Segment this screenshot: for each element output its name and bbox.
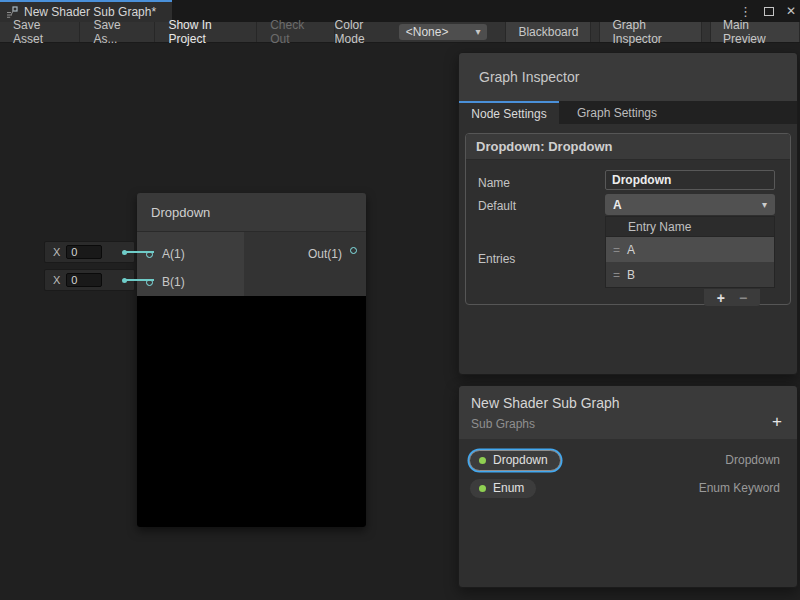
node-input-ports: A(1) B(1) — [137, 232, 244, 296]
entry-b-label: B — [627, 268, 635, 282]
property-pill-dropdown[interactable]: Dropdown — [469, 450, 561, 471]
default-label: Default — [478, 199, 516, 213]
input-b-default-widget: X — [44, 269, 135, 291]
color-mode-value: <None> — [406, 25, 449, 39]
entries-header: Entry Name — [606, 217, 774, 237]
keyword-dot-icon — [479, 485, 486, 492]
input-port-a: A(1) — [137, 240, 244, 268]
blackboard-title: New Shader Sub Graph — [471, 395, 785, 411]
blackboard-toggle-button[interactable]: Blackboard — [505, 22, 591, 42]
graph-inspector-toggle-button[interactable]: Graph Inspector — [599, 22, 702, 42]
axis-x-label: X — [53, 274, 60, 286]
wire-a — [126, 251, 154, 253]
property-pill-label: Dropdown — [493, 453, 548, 467]
maximize-icon[interactable] — [764, 7, 774, 16]
port-a-label: A(1) — [162, 247, 185, 261]
name-label: Name — [478, 176, 510, 190]
property-pill-label: Enum — [493, 481, 524, 495]
blackboard-panel: New Shader Sub Graph Sub Graphs + Dropdo… — [458, 385, 798, 588]
port-b-label: B(1) — [162, 275, 185, 289]
port-out-label: Out(1) — [308, 247, 342, 261]
node-title[interactable]: Dropdown — [137, 193, 366, 232]
input-a-default-widget: X — [44, 241, 135, 263]
axis-x-label: X — [53, 246, 60, 258]
close-icon[interactable]: ✕ — [786, 5, 796, 17]
blackboard-subtitle: Sub Graphs — [471, 417, 785, 431]
entries-label: Entries — [478, 252, 515, 266]
color-mode-label: Color Mode — [335, 22, 399, 42]
chevron-down-icon: ▾ — [475, 27, 480, 37]
add-entry-button[interactable]: + — [717, 291, 725, 305]
node-output-ports: Out(1) — [244, 232, 366, 296]
tab-node-settings[interactable]: Node Settings — [459, 101, 559, 124]
default-dropdown[interactable]: A ▾ — [605, 194, 775, 215]
graph-inspector-panel: Graph Inspector Node Settings Graph Sett… — [458, 52, 798, 375]
drag-handle-icon[interactable]: = — [613, 268, 627, 282]
default-value: A — [613, 198, 622, 212]
blackboard-header: New Shader Sub Graph Sub Graphs + — [459, 386, 797, 439]
save-asset-button[interactable]: Save Asset — [0, 22, 80, 42]
list-item: Dropdown Dropdown — [459, 446, 797, 474]
entry-a-label: A — [627, 243, 635, 257]
entry-row-a[interactable]: = A — [606, 237, 774, 262]
section-title: Dropdown: Dropdown — [466, 134, 790, 160]
tab-graph-settings[interactable]: Graph Settings — [559, 101, 675, 124]
input-port-b: B(1) — [137, 268, 244, 296]
shader-graph-icon — [6, 6, 18, 18]
node-preview — [137, 296, 366, 527]
property-type-label: Dropdown — [725, 453, 780, 467]
inspector-tabs: Node Settings Graph Settings — [459, 101, 797, 124]
window-menu-icon[interactable]: ⋮ — [739, 5, 752, 18]
wire-b — [126, 279, 154, 281]
keyword-dot-icon — [479, 457, 486, 464]
entries-footer: + − — [704, 289, 760, 306]
graph-inspector-title: Graph Inspector — [459, 53, 797, 101]
dropdown-node[interactable]: Dropdown A(1) B(1) Out(1) — [137, 193, 366, 527]
show-in-project-button[interactable]: Show In Project — [155, 22, 257, 42]
entries-list: Entry Name = A = B — [605, 216, 775, 288]
chevron-down-icon: ▾ — [762, 199, 767, 210]
property-pill-enum[interactable]: Enum — [469, 478, 537, 499]
shader-graph-window: New Shader Sub Graph* ⋮ ✕ Save Asset Sav… — [0, 0, 800, 600]
save-as-button[interactable]: Save As... — [80, 22, 155, 42]
check-out-button[interactable]: Check Out — [257, 22, 334, 42]
remove-entry-button[interactable]: − — [739, 291, 747, 305]
color-mode-dropdown[interactable]: <None> ▾ — [399, 24, 488, 40]
input-b-value-field[interactable] — [66, 273, 102, 287]
toolbar: Save Asset Save As... Show In Project Ch… — [0, 22, 800, 43]
property-type-label: Enum Keyword — [699, 481, 780, 495]
list-item: Enum Enum Keyword — [459, 474, 797, 502]
drag-handle-icon[interactable]: = — [613, 243, 627, 257]
name-field[interactable] — [605, 170, 775, 190]
input-a-value-field[interactable] — [66, 245, 102, 259]
add-property-button[interactable]: + — [772, 413, 782, 430]
main-preview-toggle-button[interactable]: Main Preview — [710, 22, 800, 42]
blackboard-items: Dropdown Dropdown Enum Enum Keyword — [459, 439, 797, 502]
entry-row-b[interactable]: = B — [606, 262, 774, 287]
dropdown-settings-section: Dropdown: Dropdown Name Default A ▾ Entr… — [465, 133, 791, 305]
tab-title: New Shader Sub Graph* — [24, 5, 156, 19]
port-out-icon[interactable] — [350, 247, 357, 254]
node-body: A(1) B(1) Out(1) — [137, 232, 366, 296]
